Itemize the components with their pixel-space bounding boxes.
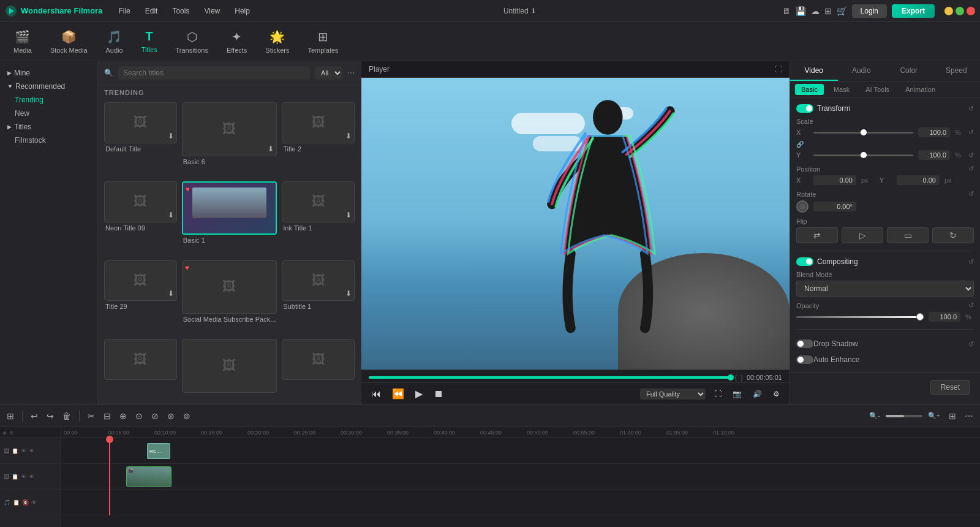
list-item[interactable]: 🖼 <box>182 339 277 402</box>
flip-btn-4[interactable]: ↻ <box>932 227 974 243</box>
list-item[interactable]: 🖼 ⬇ Title 29 <box>104 260 177 335</box>
list-item[interactable]: 🖼 ⬇ Ink Title 1 <box>282 181 355 256</box>
thumbnail-empty1[interactable]: 🖼 <box>104 339 177 380</box>
seek-bar[interactable] <box>369 376 731 379</box>
close-button[interactable] <box>967 7 975 15</box>
scale-y-slider[interactable] <box>813 154 913 156</box>
toolbar-templates[interactable]: ⊞ Templates <box>299 26 347 58</box>
tl-delete-button[interactable]: 🗑 <box>59 409 74 423</box>
thumbnail-basic1[interactable]: ♥ <box>182 181 277 235</box>
thumbnail-empty3[interactable]: 🖼 <box>282 339 355 380</box>
stop-button[interactable]: ⏹ <box>431 387 446 401</box>
track3-icon3[interactable]: 🔇 <box>22 499 29 506</box>
icon-cloud[interactable]: ☁ <box>811 6 820 16</box>
tl-more-button[interactable]: ⊚ <box>180 409 194 423</box>
tab-audio[interactable]: Audio <box>838 61 886 81</box>
seek-thumb[interactable] <box>728 374 734 381</box>
menu-help[interactable]: Help <box>228 4 256 18</box>
fullscreen-button[interactable]: ⛶ <box>712 389 724 400</box>
left-section-recommended[interactable]: ▼ Recommended <box>0 80 97 93</box>
subtab-ai-tools[interactable]: AI Tools <box>859 84 895 95</box>
list-item[interactable]: 🖼 ♥ Social Media Subscribe Pack... <box>182 260 277 335</box>
playhead[interactable] <box>109 438 110 515</box>
toolbar-transitions[interactable]: ⬡ Transitions <box>167 26 217 58</box>
list-item[interactable]: 🖼 <box>104 339 177 402</box>
menu-file[interactable]: File <box>112 4 136 18</box>
tab-video[interactable]: Video <box>790 61 838 81</box>
track2-icon2[interactable]: 📋 <box>12 474 18 480</box>
flip-btn-3[interactable]: ▭ <box>887 227 929 243</box>
toolbar-audio[interactable]: 🎵 Audio <box>97 26 132 58</box>
tl-split-button[interactable]: ⊟ <box>100 409 114 423</box>
thumbnail-social[interactable]: 🖼 ♥ <box>182 260 277 314</box>
menu-tools[interactable]: Tools <box>166 4 195 18</box>
login-button[interactable]: Login <box>852 4 887 18</box>
download-icon[interactable]: ⬇ <box>168 211 174 219</box>
transform-toggle[interactable] <box>796 104 813 113</box>
search-input[interactable] <box>118 66 310 80</box>
tl-rotate-button[interactable]: ⊙ <box>132 409 146 423</box>
tl-redo-button[interactable]: ↪ <box>43 409 57 423</box>
menu-edit[interactable]: Edit <box>139 4 164 18</box>
blend-mode-select[interactable]: Normal Dissolve Multiply Screen Overlay <box>796 281 974 297</box>
icon-monitor[interactable]: 🖥 <box>782 6 791 16</box>
track1-icon2[interactable]: 📋 <box>12 448 18 454</box>
icon-save[interactable]: 💾 <box>796 6 806 16</box>
download-icon[interactable]: ⬇ <box>345 289 352 298</box>
maximize-button[interactable] <box>956 7 964 15</box>
icon-cart[interactable]: 🛒 <box>837 6 847 16</box>
skip-back-button[interactable]: ⏮ <box>369 387 383 401</box>
title-clip[interactable]: RC... <box>147 443 170 459</box>
sidebar-item-new[interactable]: New <box>0 107 97 120</box>
flip-vertical-button[interactable]: ▷ <box>842 227 883 243</box>
quality-select[interactable]: Full Quality Half Quality Quarter Qualit… <box>640 389 706 400</box>
tl-zoom-button[interactable]: 🔍- <box>866 410 883 422</box>
thumbnail-subtitle[interactable]: 🖼 ⬇ <box>282 260 355 301</box>
download-icon[interactable]: ⬇ <box>345 211 352 219</box>
tl-add-button[interactable]: ⊕ <box>116 409 130 423</box>
expand-icon[interactable]: ⛶ <box>775 65 782 74</box>
icon-grid[interactable]: ⊞ <box>824 6 832 16</box>
reset-button[interactable]: Reset <box>930 380 970 395</box>
download-icon[interactable]: ⬇ <box>168 132 174 140</box>
list-item[interactable]: 🖼 ⬇ Neon Title 09 <box>104 181 177 256</box>
tl-zoom-in-button[interactable]: 🔍+ <box>925 410 943 422</box>
toolbar-titles[interactable]: T Titles <box>133 26 166 57</box>
rotate-input[interactable] <box>813 202 856 211</box>
drop-shadow-reset[interactable]: ↺ <box>968 340 974 348</box>
toolbar-effects[interactable]: ✦ Effects <box>218 26 255 58</box>
left-section-mine[interactable]: ▶ Mine <box>0 66 97 80</box>
opacity-reset[interactable]: ↺ <box>968 301 974 309</box>
scale-link-icon[interactable]: 🔗 <box>796 141 804 148</box>
opacity-slider[interactable] <box>796 316 924 318</box>
thumbnail-ink[interactable]: 🖼 ⬇ <box>282 181 355 222</box>
thumbnail-empty2[interactable]: 🖼 <box>182 339 277 393</box>
track1-icon1[interactable]: 🖼 <box>4 448 9 454</box>
toolbar-stock[interactable]: 📦 Stock Media <box>42 26 96 58</box>
filter-select[interactable]: All <box>315 66 342 80</box>
thumbnail-title2[interactable]: 🖼 ⬇ <box>282 102 355 143</box>
tl-zoom-slider[interactable] <box>886 415 922 417</box>
snapshot-button[interactable]: 📷 <box>730 389 744 400</box>
rotate-reset[interactable]: ↺ <box>968 190 974 198</box>
video-clip[interactable]: 🎬 <box>126 466 172 487</box>
menu-view[interactable]: View <box>198 4 226 18</box>
download-icon[interactable]: ⬇ <box>168 289 174 298</box>
thumbnail-title29[interactable]: 🖼 ⬇ <box>104 260 177 301</box>
subtab-mask[interactable]: Mask <box>827 84 856 95</box>
thumbnail-default-title[interactable]: 🖼 ⬇ <box>104 102 177 143</box>
compositing-reset-icon[interactable]: ↺ <box>968 258 974 266</box>
tl-crop-button[interactable]: ⊘ <box>148 409 162 423</box>
minimize-button[interactable] <box>944 7 953 15</box>
scale-x-reset[interactable]: ↺ <box>968 129 974 137</box>
sidebar-item-filmstock[interactable]: Filmstock <box>0 134 97 147</box>
position-reset[interactable]: ↺ <box>968 165 974 173</box>
scale-y-reset[interactable]: ↺ <box>968 151 974 159</box>
track2-icon3[interactable]: 👁 <box>21 474 26 480</box>
flip-horizontal-button[interactable]: ⇄ <box>796 227 838 243</box>
left-section-titles[interactable]: ▶ Titles <box>0 120 97 134</box>
thumbnail-basic6[interactable]: 🖼 ⬇ <box>182 102 277 156</box>
track2-icon1[interactable]: 🖼 <box>4 474 9 480</box>
bracket-close[interactable]: } <box>741 374 743 381</box>
track1-icon4[interactable]: 👁 <box>29 448 34 454</box>
